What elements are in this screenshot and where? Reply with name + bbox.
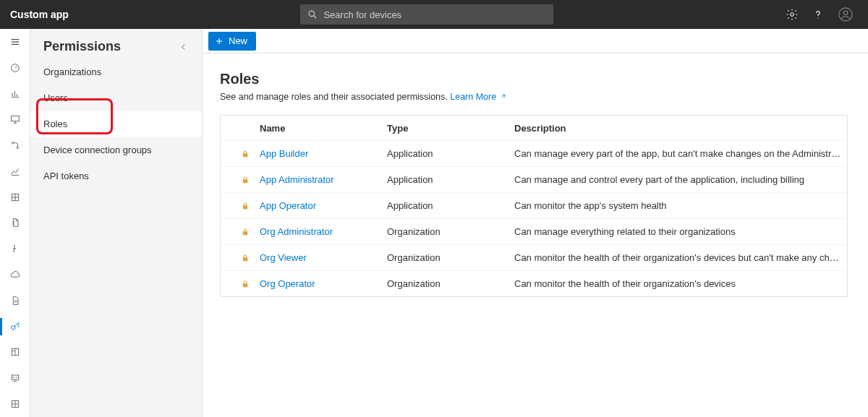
page-subtitle: See and manage roles and their associate… [220,92,868,102]
new-button-label: New [229,35,247,46]
role-desc: Can manage and control every part of the… [509,174,847,185]
svg-point-17 [12,142,14,144]
svg-rect-44 [243,283,247,287]
svg-rect-41 [243,205,247,209]
search-box[interactable] [300,4,553,25]
hamburger-icon[interactable] [0,29,30,55]
page-title: Roles [220,71,868,87]
rail-functions[interactable] [0,236,30,262]
rail-device-groups[interactable] [0,106,30,132]
main-area: New Roles See and manage roles and their… [203,29,868,417]
plus-icon [214,36,224,46]
svg-rect-39 [243,153,247,157]
role-type: Organization [381,278,509,289]
svg-rect-40 [243,179,247,183]
rail-line-chart[interactable] [0,158,30,184]
collapse-panel-icon[interactable] [179,42,189,52]
lock-icon [241,175,250,185]
rail-analytics[interactable] [0,81,30,107]
learn-more-link[interactable]: Learn More [450,92,506,102]
top-bar: Custom app [0,0,868,29]
help-icon[interactable] [812,8,825,21]
rail-dashboard[interactable] [0,55,30,81]
command-bar: New [203,29,868,53]
svg-rect-30 [12,375,18,380]
col-desc[interactable]: Description [509,123,847,134]
role-link[interactable]: App Administrator [260,174,334,185]
role-link[interactable]: Org Operator [260,278,315,289]
role-type: Application [381,148,509,159]
role-link[interactable]: App Operator [260,200,316,211]
account-icon[interactable] [838,7,854,22]
svg-point-26 [11,325,14,329]
lock-icon [241,279,250,289]
svg-rect-42 [243,231,247,235]
rail-grid[interactable] [0,184,30,210]
lock-icon [241,227,250,237]
rail-file[interactable] [0,288,30,314]
rail-cloud[interactable] [0,262,30,288]
role-link[interactable]: App Builder [260,148,308,159]
svg-point-18 [17,147,19,149]
role-link[interactable]: Org Viewer [260,252,307,263]
lock-icon [241,201,250,211]
svg-point-33 [16,377,17,378]
permissions-panel: Permissions OrganizationsUsersRolesDevic… [30,29,203,417]
rail-connect[interactable] [0,132,30,158]
role-type: Organization [381,226,509,237]
external-link-icon [499,93,506,100]
rail-templates-1[interactable] [0,340,30,366]
rail-customize[interactable] [0,365,30,391]
table-row: Org ViewerOrganizationCan monitor the he… [221,244,847,270]
role-desc: Can manage everything related to their o… [509,226,847,237]
svg-point-3 [817,17,818,18]
svg-point-0 [309,11,315,17]
svg-line-1 [314,16,317,19]
roles-table: Name Type Description App BuilderApplica… [220,115,848,297]
panel-item-organizations[interactable]: Organizations [30,59,202,85]
svg-rect-43 [243,257,247,261]
app-title: Custom app [10,9,69,20]
lock-icon [241,149,250,159]
settings-icon[interactable] [786,8,799,21]
svg-point-2 [791,13,794,17]
rail-templates-2[interactable] [0,391,30,417]
col-name[interactable]: Name [254,123,381,134]
table-header-row: Name Type Description [221,116,847,140]
panel-item-api-tokens[interactable]: API tokens [30,163,202,189]
svg-point-5 [843,11,848,14]
role-link[interactable]: Org Administrator [260,226,333,237]
lock-icon [241,253,250,263]
nav-rail [0,29,30,417]
col-type[interactable]: Type [381,123,509,134]
panel-item-device-connection-groups[interactable]: Device connection groups [30,137,202,163]
table-row: App OperatorApplicationCan monitor the a… [221,192,847,218]
panel-title: Permissions [43,39,121,54]
new-button[interactable]: New [208,32,256,51]
table-row: App AdministratorApplicationCan manage a… [221,166,847,192]
search-input[interactable] [323,9,546,20]
role-desc: Can monitor the health of their organiza… [509,252,847,263]
role-desc: Can manage every part of the app, but ca… [509,148,847,159]
role-desc: Can monitor the health of their organiza… [509,278,847,289]
table-row: Org AdministratorOrganizationCan manage … [221,218,847,244]
table-row: Org OperatorOrganizationCan monitor the … [221,270,847,296]
role-type: Application [381,200,509,211]
rail-file-out[interactable] [0,210,30,236]
role-type: Application [381,174,509,185]
role-desc: Can monitor the app's system health [509,200,847,211]
panel-item-roles[interactable]: Roles [30,111,202,137]
svg-rect-14 [11,116,19,121]
rail-permissions[interactable] [0,314,30,340]
table-row: App BuilderApplicationCan manage every p… [221,140,847,166]
panel-item-users[interactable]: Users [30,85,202,111]
search-icon [307,9,318,20]
role-type: Organization [381,252,509,263]
svg-point-32 [13,377,14,378]
